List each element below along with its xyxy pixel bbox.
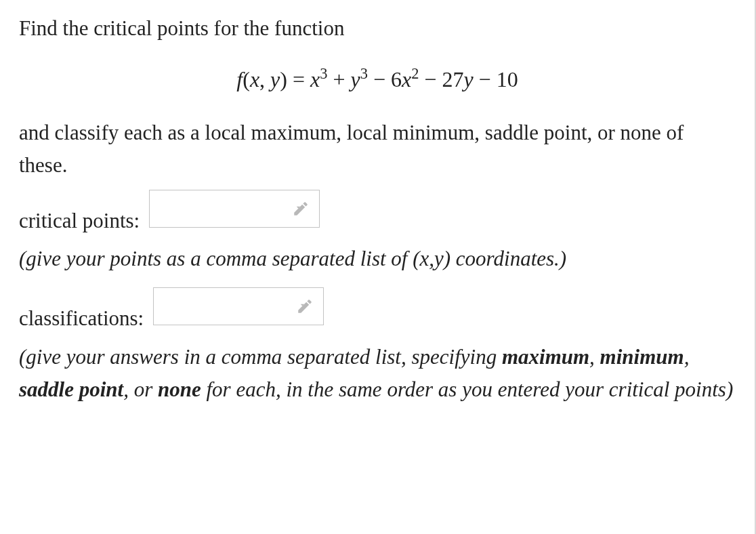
hint-minimum: minimum [600, 345, 684, 369]
eq-paren-open: ( [243, 67, 250, 91]
eq-y: y [270, 67, 280, 91]
hint-saddle: saddle point [19, 377, 123, 401]
eq-comma: , [259, 67, 270, 91]
eq-paren-close: ) [280, 67, 287, 91]
hint-text: (give your answers in a comma separated … [19, 345, 502, 369]
critical-points-row: critical points: [19, 190, 736, 237]
pencil-icon [296, 297, 314, 315]
critical-points-label: critical points: [19, 209, 140, 232]
function-equation: f(x, y) = x3 + y3 − 6x2 − 27y − 10 [19, 62, 736, 96]
eq-y3-exp: 3 [360, 65, 368, 82]
eq-y-var: y [463, 67, 473, 91]
critical-points-hint: (give your points as a comma separated l… [19, 243, 736, 275]
intro-text: Find the critical points for the functio… [19, 12, 736, 45]
problem-container: Find the critical points for the functio… [0, 0, 756, 534]
pencil-icon [292, 200, 310, 218]
critical-points-input[interactable] [149, 190, 320, 228]
eq-x2-exp: 2 [411, 65, 419, 82]
eq-minus10: − 10 [474, 67, 518, 91]
classifications-label: classifications: [19, 306, 144, 330]
classifications-row: classifications: [19, 287, 736, 335]
classifications-hint: (give your answers in a comma separated … [19, 341, 736, 406]
eq-minus6: − 6 [368, 67, 402, 91]
eq-equals: = [287, 67, 310, 91]
hint-sep: , or [123, 377, 158, 401]
eq-x: x [250, 67, 259, 91]
eq-plus1: + [327, 67, 350, 91]
eq-minus27: − 27 [419, 67, 463, 91]
eq-y3-var: y [350, 67, 360, 91]
eq-x3-exp: 3 [320, 65, 327, 82]
eq-x2-var: x [402, 67, 411, 91]
classifications-input[interactable] [153, 287, 324, 325]
hint-none: none [158, 377, 201, 401]
eq-f: f [236, 67, 243, 91]
instruction-text: and classify each as a local maximum, lo… [19, 117, 736, 182]
hint-sep: , [589, 345, 600, 369]
hint-text: for each, in the same order as you enter… [201, 377, 733, 401]
hint-maximum: maximum [502, 345, 589, 369]
eq-x3-var: x [310, 67, 320, 91]
hint-sep: , [684, 345, 690, 369]
